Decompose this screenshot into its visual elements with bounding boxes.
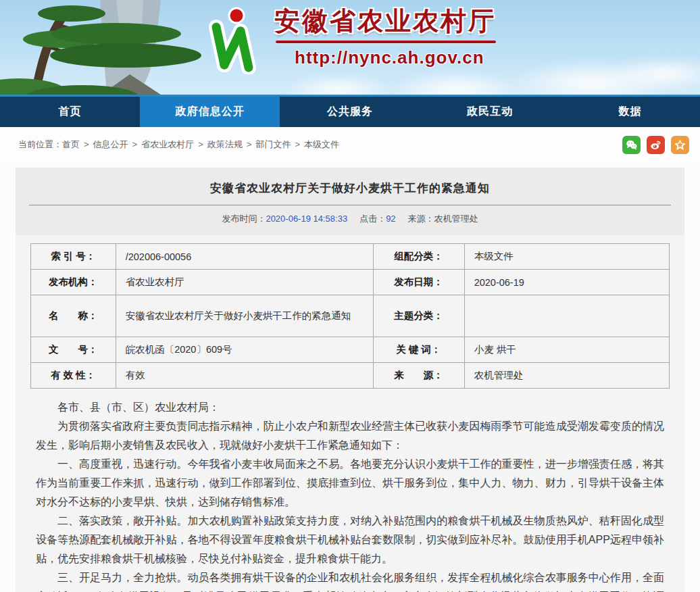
source-label: 来源： <box>408 214 434 224</box>
info-label: 文 号： <box>31 337 116 363</box>
info-value: 省农业农村厅 <box>116 270 373 295</box>
info-value: 2020-06-19 <box>464 270 669 295</box>
body-paragraph: 三、开足马力，全力抢烘。动员各类拥有烘干设备的企业和农机社会化服务组织，发挥全程… <box>36 568 664 592</box>
hits-label: 点击： <box>359 214 386 224</box>
info-label: 名 称： <box>31 295 116 337</box>
info-value: 有效 <box>116 363 373 389</box>
info-label: 关 键 词： <box>373 337 464 363</box>
info-value: 安徽省农业农村厅关于做好小麦烘干工作的紧急通知 <box>116 295 373 337</box>
nav-item-政民互动[interactable]: 政民互动 <box>420 97 560 127</box>
brand-underline <box>276 41 496 43</box>
source-value: 农机管理处 <box>434 214 478 224</box>
breadcrumb-bar: 当前位置：首页>信息公开>省农业农村厅>政策法规>部门文件>本级文件 <box>0 127 700 162</box>
table-row: 发布机构：省农业农村厅发布日期：2020-06-19 <box>31 270 670 295</box>
breadcrumb-separator: > <box>132 139 138 149</box>
nav-item-公共服务[interactable]: 公共服务 <box>280 97 420 127</box>
nav-item-政府信息公开[interactable]: 政府信息公开 <box>140 97 280 127</box>
body-paragraph: 二、落实政策，敞开补贴。加大农机购置补贴政策支持力度，对纳入补贴范围内的粮食烘干… <box>36 512 664 568</box>
info-label: 索 引 号： <box>31 244 116 270</box>
table-row: 索 引 号：/202006-00056组配分类：本级文件 <box>31 244 670 270</box>
breadcrumb-separator: > <box>198 139 203 149</box>
breadcrumb-item[interactable]: 首页 <box>62 139 80 149</box>
breadcrumb-separator: > <box>247 139 252 149</box>
info-label: 主题分类： <box>373 295 464 337</box>
site-title: 安徽省农业农村厅 <box>274 4 496 39</box>
breadcrumb-separator: > <box>84 139 89 149</box>
body-paragraph: 各市、县（市、区）农业农村局： <box>36 398 664 417</box>
breadcrumb-item[interactable]: 本级文件 <box>304 139 339 149</box>
main-nav: 首页政府信息公开公共服务政民互动数据 <box>0 97 700 127</box>
publish-time-value: 2020-06-19 14:58:33 <box>266 214 347 224</box>
wechat-icon[interactable] <box>622 136 641 154</box>
site-url[interactable]: http://nync.ah.gov.cn <box>274 47 496 68</box>
info-value: /202006-00056 <box>116 244 373 270</box>
publish-time-label: 发布时间： <box>222 214 266 224</box>
hits-value: 92 <box>386 214 395 224</box>
info-label: 组配分类： <box>373 244 464 270</box>
info-label: 有 效 性： <box>31 363 116 389</box>
weibo-icon[interactable] <box>647 136 665 154</box>
article-header: 安徽省农业农村厅关于做好小麦烘干工作的紧急通知 发布时间：2020-06-19 … <box>16 168 684 235</box>
site-brand: 安徽省农业农村厅 http://nync.ah.gov.cn <box>201 4 496 74</box>
cloud <box>284 74 392 97</box>
table-row: 名 称：安徽省农业农村厅关于做好小麦烘干工作的紧急通知主题分类： <box>31 295 670 337</box>
info-label: 发布日期： <box>373 270 464 295</box>
nav-item-数据[interactable]: 数据 <box>560 97 700 127</box>
article-meta: 发布时间：2020-06-19 14:58:33点击：92来源：农机管理处 <box>28 205 672 235</box>
agriculture-n-logo-icon <box>201 7 264 74</box>
share-icons <box>622 136 689 154</box>
info-value: 本级文件 <box>464 244 669 270</box>
breadcrumb: 当前位置：首页>信息公开>省农业农村厅>政策法规>部门文件>本级文件 <box>18 139 339 151</box>
breadcrumb-item[interactable]: 省农业农村厅 <box>141 139 194 149</box>
breadcrumb-separator: > <box>295 139 300 149</box>
body-paragraph: 为贯彻落实省政府主要负责同志指示精神，防止小农户和新型农业经营主体已收获小麦因梅… <box>36 417 664 455</box>
nav-item-首页[interactable]: 首页 <box>0 97 140 127</box>
info-value: 皖农机函〔2020〕609号 <box>116 337 373 363</box>
favorite-star-icon[interactable] <box>671 136 689 154</box>
table-row: 有 效 性：有效来 源：农机管理处 <box>31 363 670 389</box>
table-row: 文 号：皖农机函〔2020〕609号关 键 词：小麦 烘干 <box>31 337 670 363</box>
body-paragraph: 一、高度重视，迅速行动。今年我省小麦丰收局面来之不易。各地要充分认识小麦烘干工作… <box>36 455 664 512</box>
info-value: 农机管理处 <box>464 363 669 389</box>
breadcrumb-item[interactable]: 部门文件 <box>255 139 291 149</box>
breadcrumb-item[interactable]: 信息公开 <box>93 139 128 149</box>
info-value <box>464 295 669 337</box>
document-info-table: 索 引 号：/202006-00056组配分类：本级文件发布机构：省农业农村厅发… <box>30 243 670 389</box>
info-label: 来 源： <box>373 363 464 389</box>
article-title: 安徽省农业农村厅关于做好小麦烘干工作的紧急通知 <box>28 180 672 196</box>
site-header: 安徽省农业农村厅 http://nync.ah.gov.cn <box>0 0 700 97</box>
info-value: 小麦 烘干 <box>464 337 669 363</box>
content-card: 安徽省农业农村厅关于做好小麦烘干工作的紧急通知 发布时间：2020-06-19 … <box>16 168 684 592</box>
info-table-wrap: 索 引 号：/202006-00056组配分类：本级文件发布机构：省农业农村厅发… <box>16 235 684 389</box>
breadcrumb-prefix: 当前位置： <box>18 139 62 149</box>
breadcrumb-item[interactable]: 政策法规 <box>207 139 243 149</box>
info-label: 发布机构： <box>31 270 116 295</box>
article-body: 各市、县（市、区）农业农村局：为贯彻落实省政府主要负责同志指示精神，防止小农户和… <box>16 389 684 592</box>
